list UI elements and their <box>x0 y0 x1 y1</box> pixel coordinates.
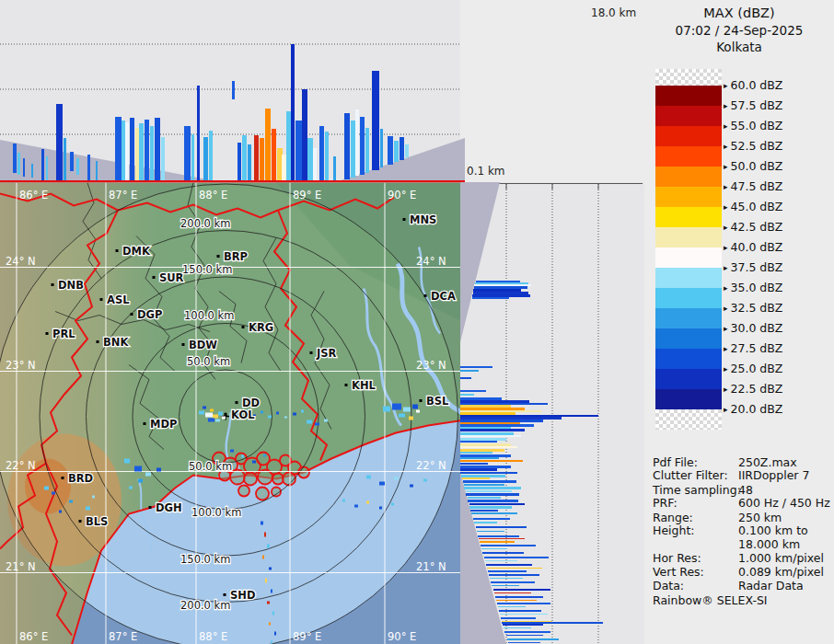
dbz-tick-label: ▸30.0 dBZ <box>724 321 782 335</box>
city-marker <box>424 294 427 297</box>
range-ring-label: 200.0 km <box>180 217 230 230</box>
info-row-value: 250Z.max <box>738 455 797 469</box>
radar-echo <box>156 468 161 472</box>
radar-echo <box>199 411 204 415</box>
city-label: BRP <box>224 250 248 263</box>
city-marker <box>52 283 54 286</box>
dbz-tick-label: ▸27.5 dBZ <box>724 341 782 355</box>
radar-echo <box>261 411 263 414</box>
city-label: KOL <box>231 408 255 421</box>
radar-echo <box>354 505 358 508</box>
radar-echo <box>271 641 272 644</box>
radar-echo <box>366 501 369 504</box>
tick-arrow-icon: ▸ <box>724 405 728 414</box>
dbz-colorbar <box>655 69 722 430</box>
legend-site: Kolkata <box>644 40 834 54</box>
city-marker <box>345 384 348 386</box>
tick-arrow-icon: ▸ <box>724 344 728 353</box>
latitude-label: 23° N <box>6 359 36 372</box>
radar-echo <box>366 476 371 479</box>
city-marker <box>242 326 245 328</box>
city-label: SHD <box>230 589 255 602</box>
city-label: DNB <box>58 279 84 292</box>
software-brand: Rainbow® SELEX-SI <box>653 593 768 607</box>
tick-arrow-icon: ▸ <box>724 101 728 110</box>
radar-echo <box>263 454 266 457</box>
delta-island <box>256 488 269 500</box>
city-marker <box>420 399 423 402</box>
radar-echo <box>203 407 206 409</box>
radar-echo <box>241 455 244 458</box>
radar-echo <box>230 450 234 453</box>
radar-echo <box>394 477 399 480</box>
city-label: BLS <box>86 515 108 528</box>
info-row-value: IIRDoppler 7 <box>738 468 809 482</box>
info-row-label: Data: <box>653 579 684 592</box>
radar-echo <box>276 412 279 415</box>
colorbar-checker-bottom <box>655 409 722 430</box>
radar-echo <box>267 602 270 604</box>
tick-arrow-icon: ▸ <box>724 182 728 191</box>
radar-echo <box>59 511 62 513</box>
colorbar-band <box>655 126 722 146</box>
tick-arrow-icon: ▸ <box>724 81 728 90</box>
radar-echo <box>124 459 130 464</box>
colorbar-band <box>655 86 722 106</box>
colorbar-checker-top <box>655 69 722 86</box>
info-row-value: 1.000 km/pixel <box>738 551 824 565</box>
radar-echo <box>261 522 263 525</box>
latitude-label: 23° N <box>416 359 446 372</box>
radar-echo <box>379 482 385 486</box>
info-row-label: Pdf File: <box>653 455 698 469</box>
range-ring-label: 150.0 km <box>180 553 230 566</box>
legend-title: MAX (dBZ) <box>644 6 834 20</box>
cross-section-baseline <box>0 180 465 183</box>
longitude-label: 88° E <box>199 630 227 643</box>
delta-island <box>238 486 249 497</box>
radar-echo <box>52 492 55 495</box>
radar-echo <box>262 556 264 559</box>
city-marker <box>149 506 152 509</box>
longitude-label: 86° E <box>19 189 48 201</box>
colorbar-band <box>655 328 722 349</box>
radar-echo <box>324 420 328 422</box>
dbz-tick-label: ▸55.0 dBZ <box>724 119 782 132</box>
radar-echo <box>274 632 276 636</box>
city-label: BSL <box>426 395 449 408</box>
colorbar-band <box>655 207 722 227</box>
radar-echo <box>138 479 143 483</box>
radar-echo <box>269 623 271 626</box>
tick-arrow-icon: ▸ <box>724 283 728 293</box>
city-label: BNK <box>103 336 129 349</box>
delta-island <box>244 473 257 486</box>
info-row-value: 0.089 km/pixel <box>738 565 824 579</box>
colorbar-band <box>655 146 722 167</box>
info-row-label: PRF: <box>653 496 678 510</box>
latitude-label: 22° N <box>416 459 446 472</box>
info-row-label: Clutter Filter: <box>653 468 728 482</box>
info-row-value: 250 km <box>738 511 782 524</box>
tick-arrow-icon: ▸ <box>724 263 728 272</box>
radar-echo <box>399 414 405 418</box>
colorbar-band <box>655 369 722 389</box>
city-marker <box>97 340 99 343</box>
city-label: JSR <box>316 347 337 360</box>
dbz-tick-label: ▸60.0 dBZ <box>724 78 782 92</box>
longitude-label: 86° E <box>19 630 48 643</box>
radar-echo <box>409 417 413 420</box>
radar-echo <box>271 590 272 593</box>
radar-echo <box>423 479 427 482</box>
radar-echo <box>293 413 296 416</box>
radar-echo <box>307 420 312 424</box>
radar-echo <box>134 466 142 472</box>
longitude-label: 87° E <box>109 630 137 643</box>
radar-echo <box>208 419 214 422</box>
city-marker <box>116 249 119 252</box>
city-label: DD <box>242 397 260 409</box>
tick-arrow-icon: ▸ <box>724 364 728 374</box>
latitude-label: 21° N <box>6 560 36 573</box>
city-marker <box>310 351 313 354</box>
city-label: KRG <box>249 321 273 334</box>
dbz-tick-label: ▸47.5 dBZ <box>724 179 782 193</box>
legend-datetime: 07:02 / 24-Sep-2025 <box>644 23 834 38</box>
